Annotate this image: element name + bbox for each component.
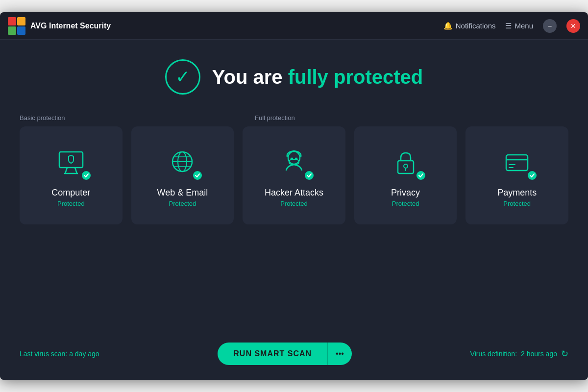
status-hero: ✓ You are fully protected [165,59,423,95]
web-email-card-status: Protected [169,200,196,207]
svg-rect-17 [398,161,414,173]
main-content: ✓ You are fully protected Basic protecti… [0,40,588,380]
hacker-attacks-card[interactable]: Hacker Attacks Protected [243,126,345,224]
web-email-card-title: Web & Email [157,188,208,198]
payments-card[interactable]: Payments Protected [466,126,568,224]
last-scan-info: Last virus scan: a day ago [20,350,99,358]
status-circle: ✓ [165,59,200,95]
computer-card-status: Protected [57,200,85,207]
bottom-bar: Last virus scan: a day ago RUN SMART SCA… [20,329,568,365]
privacy-card[interactable]: Privacy Protected [354,126,457,224]
payments-icon [497,146,537,180]
cards-row: Computer Protected [20,126,568,224]
privacy-protected-check [416,170,426,181]
svg-rect-4 [59,152,83,168]
bell-icon: 🔔 [443,22,453,30]
checkmark-icon: ✓ [175,68,190,86]
hacker-attacks-icon [274,146,314,180]
svg-rect-0 [8,17,16,25]
virus-definition-info: Virus definition: 2 hours ago ↻ [470,348,568,359]
privacy-card-title: Privacy [391,188,420,198]
computer-protected-check [81,170,92,181]
titlebar: AVG Internet Security 🔔 Notifications ☰ … [0,12,588,40]
svg-rect-3 [17,26,25,35]
svg-rect-2 [8,26,16,35]
payments-card-title: Payments [497,188,537,198]
titlebar-right: 🔔 Notifications ☰ Menu − ✕ [443,19,580,33]
full-protection-label: Full protection [255,114,568,122]
svg-point-18 [404,164,408,168]
hacker-protected-check [304,170,315,181]
svg-rect-20 [506,155,528,171]
refresh-icon[interactable]: ↻ [561,348,568,359]
svg-line-6 [75,168,77,173]
payments-protected-check [527,170,538,181]
minimize-button[interactable]: − [543,19,557,33]
run-smart-scan-button[interactable]: RUN SMART SCAN [218,343,327,365]
section-labels: Basic protection Full protection [20,114,568,122]
computer-icon [51,146,91,180]
hacker-attacks-card-status: Protected [280,200,308,207]
protection-section: Basic protection Full protection [20,114,568,224]
computer-card-title: Computer [51,188,90,198]
hamburger-icon: ☰ [505,22,512,30]
menu-button[interactable]: ☰ Menu [505,22,533,30]
status-text: You are fully protected [212,66,423,88]
avg-logo [8,17,25,35]
close-button[interactable]: ✕ [566,19,580,33]
basic-protection-label: Basic protection [20,114,225,122]
web-email-protected-check [192,170,203,181]
svg-point-13 [288,151,300,164]
logo-area: AVG Internet Security [8,17,443,35]
computer-card[interactable]: Computer Protected [20,126,122,224]
privacy-icon [386,146,425,180]
web-email-card[interactable]: Web & Email Protected [131,126,234,224]
app-window: AVG Internet Security 🔔 Notifications ☰ … [0,12,588,380]
web-email-icon [163,146,202,180]
hacker-attacks-card-title: Hacker Attacks [265,188,323,198]
app-title: AVG Internet Security [30,22,111,30]
notifications-button[interactable]: 🔔 Notifications [443,22,496,30]
svg-rect-1 [17,17,25,25]
scan-button-group: RUN SMART SCAN ••• [218,343,352,365]
payments-card-status: Protected [503,200,531,207]
svg-line-5 [65,168,67,173]
privacy-card-status: Protected [392,200,419,207]
scan-more-options-button[interactable]: ••• [327,343,352,365]
